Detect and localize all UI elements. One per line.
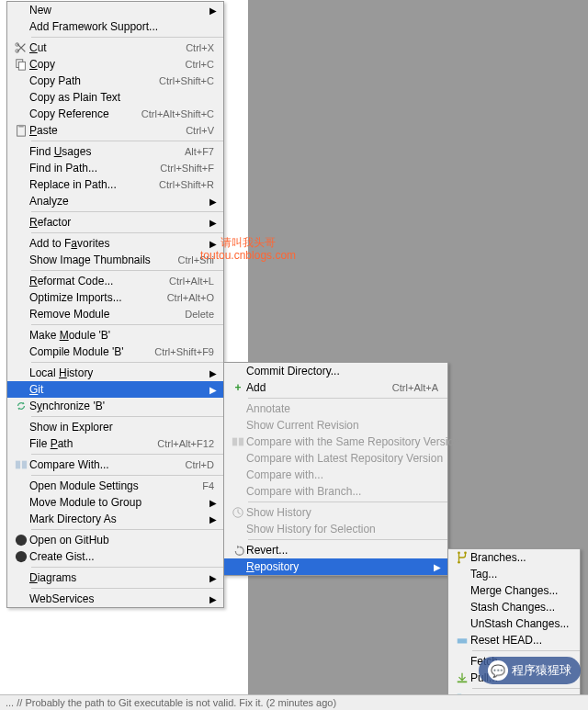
menu-find-in-path[interactable]: Find in Path...Ctrl+Shift+F <box>7 160 223 176</box>
git-compare-with: Compare with... <box>224 467 447 483</box>
menu-cut[interactable]: CutCtrl+X <box>7 39 223 56</box>
menu-diagrams[interactable]: Diagrams▶ <box>7 569 223 586</box>
revert-icon <box>232 544 244 557</box>
git-show-current-rev: Show Current Revision <box>224 417 447 434</box>
menu-git[interactable]: Git▶ <box>7 381 223 398</box>
repo-unstash[interactable]: UnStash Changes... <box>448 615 580 632</box>
menu-open-github[interactable]: Open on GitHub <box>7 532 223 548</box>
git-submenu: Commit Directory... +AddCtrl+Alt+A Annot… <box>223 362 448 576</box>
plus-icon: + <box>234 381 241 394</box>
wechat-icon: 💬 <box>488 660 508 681</box>
svg-point-13 <box>458 551 460 554</box>
status-bar: ... // Probably the path to Git executab… <box>0 694 588 710</box>
menu-replace-in-path[interactable]: Replace in Path...Ctrl+Shift+R <box>7 176 223 193</box>
menu-mark-directory[interactable]: Mark Directory As▶ <box>7 511 223 527</box>
branch-icon <box>456 551 469 564</box>
menu-synchronize[interactable]: Synchronize 'B' <box>7 398 223 414</box>
menu-copy-plain[interactable]: Copy as Plain Text <box>7 89 223 106</box>
menu-new[interactable]: New▶ <box>7 2 223 18</box>
menu-copy[interactable]: CopyCtrl+C <box>7 56 223 73</box>
git-compare-same: Compare with the Same Repository Version <box>224 434 447 450</box>
menu-compare-with[interactable]: Compare With...Ctrl+D <box>7 456 223 473</box>
svg-rect-10 <box>232 438 237 446</box>
github-icon <box>15 534 28 547</box>
menu-find-usages[interactable]: Find UsagesAlt+F7 <box>7 143 223 160</box>
menu-webservices[interactable]: WebServices▶ <box>7 591 223 607</box>
svg-rect-7 <box>22 461 27 469</box>
menu-copy-ref[interactable]: Copy ReferenceCtrl+Alt+Shift+C <box>7 106 223 122</box>
svg-point-8 <box>16 535 27 546</box>
context-menu: New▶ Add Framework Support... CutCtrl+X … <box>6 1 224 608</box>
reset-icon <box>456 634 469 647</box>
gist-icon <box>15 550 28 563</box>
paste-icon <box>15 124 28 137</box>
git-repository[interactable]: Repository▶ <box>224 558 447 575</box>
menu-add-favorites[interactable]: Add to Favorites▶ <box>7 235 223 252</box>
git-show-history: Show History <box>224 504 447 521</box>
svg-rect-3 <box>18 62 25 70</box>
git-revert[interactable]: Revert... <box>224 542 447 558</box>
menu-refactor[interactable]: Refactor▶ <box>7 214 223 231</box>
pull-icon <box>456 671 469 684</box>
git-add[interactable]: +AddCtrl+Alt+A <box>224 379 447 396</box>
compare-icon <box>15 458 28 471</box>
git-commit-directory[interactable]: Commit Directory... <box>224 363 447 379</box>
repo-stash[interactable]: Stash Changes... <box>448 599 580 615</box>
menu-compile-module[interactable]: Compile Module 'B'Ctrl+Shift+F9 <box>7 344 223 360</box>
menu-show-explorer[interactable]: Show in Explorer <box>7 419 223 435</box>
svg-rect-16 <box>458 638 468 643</box>
menu-make-module[interactable]: Make Module 'B' <box>7 327 223 344</box>
wechat-float[interactable]: 💬 程序猿猩球 <box>479 657 581 684</box>
compare-icon <box>232 435 244 448</box>
cut-icon <box>15 41 28 54</box>
menu-remove-module[interactable]: Remove ModuleDelete <box>7 306 223 322</box>
git-compare-branch: Compare with Branch... <box>224 483 447 500</box>
menu-create-gist[interactable]: Create Gist... <box>7 548 223 565</box>
menu-show-thumbs[interactable]: Show Image ThumbnailsCtrl+Shi <box>7 252 223 268</box>
menu-add-framework[interactable]: Add Framework Support... <box>7 18 223 35</box>
repo-tag[interactable]: Tag... <box>448 566 580 582</box>
menu-paste[interactable]: PasteCtrl+V <box>7 122 223 139</box>
menu-file-path[interactable]: File PathCtrl+Alt+F12 <box>7 435 223 452</box>
svg-point-9 <box>16 551 27 562</box>
menu-local-history[interactable]: Local History▶ <box>7 365 223 381</box>
watermark: 请叫我头哥 toutou.cnblogs.com <box>200 236 296 262</box>
menu-optimize-imports[interactable]: Optimize Imports...Ctrl+Alt+O <box>7 289 223 306</box>
svg-rect-6 <box>16 461 20 469</box>
repo-reset-head[interactable]: Reset HEAD... <box>448 632 580 648</box>
svg-rect-17 <box>458 682 468 683</box>
menu-reformat[interactable]: Reformat Code...Ctrl+Alt+L <box>7 273 223 289</box>
svg-rect-11 <box>239 438 243 446</box>
svg-point-14 <box>464 551 467 554</box>
repo-branches[interactable]: Branches... <box>448 549 580 566</box>
git-annotate: Annotate <box>224 400 447 417</box>
menu-open-module-settings[interactable]: Open Module SettingsF4 <box>7 478 223 494</box>
svg-rect-5 <box>18 125 23 128</box>
menu-copy-path[interactable]: Copy PathCtrl+Shift+C <box>7 73 223 89</box>
repo-merge[interactable]: Merge Changes... <box>448 582 580 599</box>
history-icon <box>232 506 244 519</box>
git-show-history-sel: Show History for Selection <box>224 521 447 537</box>
sync-icon <box>15 400 28 412</box>
copy-icon <box>15 58 28 71</box>
menu-analyze[interactable]: Analyze▶ <box>7 193 223 209</box>
git-compare-latest: Compare with Latest Repository Version <box>224 450 447 467</box>
menu-move-module[interactable]: Move Module to Group▶ <box>7 494 223 511</box>
svg-point-15 <box>458 561 460 564</box>
